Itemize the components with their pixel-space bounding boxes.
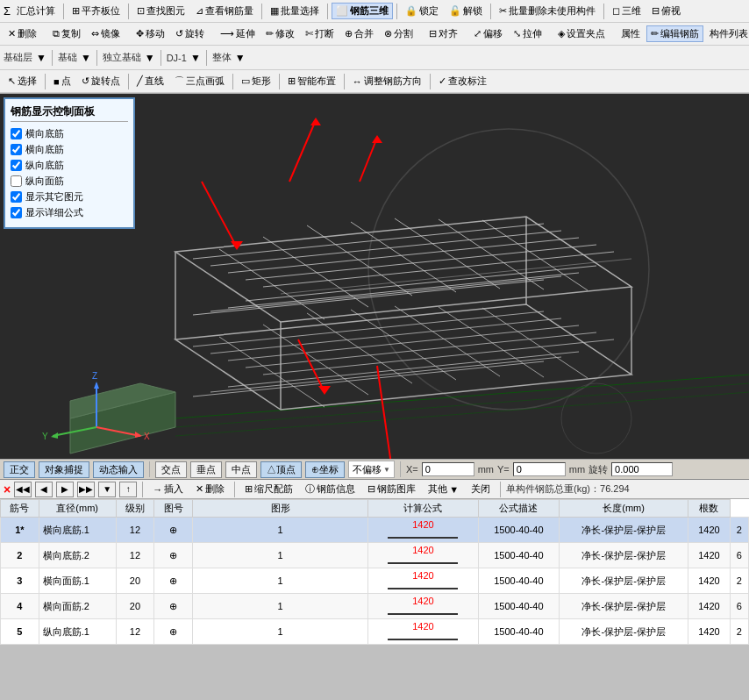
zong-face-label: 纵向面筋 [25, 175, 64, 188]
last-button[interactable]: ▶▶ [77, 482, 95, 497]
table-row[interactable]: 4横向面筋.220⊕114201500-40-40净长-保护层-保护层14206 [1, 594, 749, 619]
toolbar3-area: × ◀◀ ◀ ▶ ▶▶ ▼ ↑ →插入 ✕删除 ⊞缩尺配筋 ⓘ钢筋信息 ⊟钢筋图… [0, 480, 749, 499]
y-input[interactable] [513, 462, 566, 476]
rebar-3d-button[interactable]: ⬜钢筋三维 [332, 3, 393, 19]
offset-dropdown[interactable]: 不偏移 ▼ [348, 461, 395, 478]
orthogonal-button[interactable]: 正交 [4, 461, 35, 478]
object-snap-button[interactable]: 对象捕捉 [39, 461, 89, 478]
copy-button[interactable]: ⧉复制 [48, 25, 85, 42]
scale-rebar-button[interactable]: ⊞缩尺配筋 [240, 481, 297, 497]
3d-button[interactable]: ◻三维 [608, 3, 646, 19]
flat-board-button[interactable]: ⊞平齐板位 [68, 3, 125, 19]
set-point-button[interactable]: ◈设置夹点 [553, 25, 610, 42]
cell-diameter: 12 [116, 543, 154, 568]
vertex-button[interactable]: △顶点 [260, 461, 302, 478]
perspective-button[interactable]: ⊟俯视 [647, 3, 685, 19]
vertex-icon: △ [267, 464, 276, 475]
col-header-formula: 计算公式 [368, 500, 479, 518]
x-input[interactable] [422, 462, 474, 476]
dynamic-input-button[interactable]: 动态输入 [93, 461, 144, 478]
merge-button[interactable]: ⊕合并 [340, 25, 378, 42]
sum-calc-button[interactable]: 汇总计算 [12, 3, 60, 19]
first-button[interactable]: ◀◀ [14, 482, 32, 497]
mirror-button[interactable]: ⇔镜像 [87, 25, 125, 42]
cell-desc: 净长-保护层-保护层 [559, 568, 688, 594]
control-item[interactable]: 纵向底筋 [11, 159, 128, 172]
prev-button[interactable]: ◀ [35, 482, 53, 497]
modify-icon: ✏ [266, 28, 274, 39]
control-item[interactable]: 显示详细公式 [11, 206, 128, 219]
punch-button[interactable]: ✄打断 [301, 25, 339, 42]
table-row[interactable]: 1*横向底筋.112⊕114201500-40-40净长-保护层-保护层1420… [1, 518, 749, 543]
rotate-input[interactable] [611, 462, 673, 476]
stretch-button[interactable]: ⤡拉伸 [509, 25, 546, 42]
cell-grade: ⊕ [154, 594, 193, 619]
select-icon: ↖ [8, 75, 16, 87]
align-button[interactable]: ⊟对齐 [424, 25, 462, 42]
type-arrow: ▼ [145, 52, 155, 64]
table-row[interactable]: 3横向面筋.120⊕114201500-40-40净长-保护层-保护层14202 [1, 568, 749, 594]
del-button[interactable]: ✕删除 [191, 481, 229, 497]
table-row[interactable]: 5纵向底筋.112⊕114201500-40-40净长-保护层-保护层14202 [1, 619, 749, 645]
check-mark-button[interactable]: ✓查改标注 [434, 73, 491, 89]
close-btn[interactable]: 关闭 [467, 481, 495, 497]
sigma-icon: Σ [4, 4, 11, 18]
coord-button[interactable]: ⊕坐标 [305, 461, 345, 478]
down-button[interactable]: ▼ [98, 482, 116, 497]
three-point-arc-button[interactable]: ⌒三点画弧 [170, 73, 229, 89]
line-button[interactable]: ╱直线 [132, 73, 168, 89]
show-symbol-checkbox[interactable] [11, 191, 22, 203]
move-button[interactable]: ✥移动 [132, 25, 169, 42]
point-icon: ■ [54, 76, 60, 87]
shape-value: 1420 [412, 596, 433, 606]
rotate-point-button[interactable]: ↺旋转点 [77, 73, 125, 89]
show-formula-checkbox[interactable] [11, 207, 22, 218]
heng-bottom2-checkbox[interactable] [11, 144, 22, 155]
control-item[interactable]: 纵向面筋 [11, 175, 128, 188]
control-item[interactable]: 横向底筋 [11, 127, 128, 140]
extend-button[interactable]: ⟶延伸 [216, 25, 260, 42]
play-button[interactable]: ▶ [56, 482, 74, 497]
lock-button[interactable]: 🔒锁定 [401, 3, 443, 19]
cell-formula: 1500-40-40 [478, 543, 559, 568]
offset-button[interactable]: ⤢偏移 [469, 25, 507, 42]
zong-bottom-checkbox[interactable] [11, 160, 22, 171]
component-arrow: ▼ [190, 52, 201, 64]
insert-button[interactable]: →插入 [148, 481, 188, 497]
rotate-button[interactable]: ↺旋转 [171, 25, 209, 42]
control-item[interactable]: 横向底筋 [11, 143, 128, 156]
batch-select-button[interactable]: ▦批量选择 [266, 3, 324, 19]
library-icon: ⊟ [367, 483, 375, 495]
rebar-info-button[interactable]: ⓘ钢筋信息 [301, 481, 360, 497]
properties-button[interactable]: 属性 [617, 25, 645, 42]
select-button[interactable]: ↖选择 [4, 73, 41, 89]
delete-button[interactable]: ✕删除 [4, 25, 41, 42]
view-diagram-button[interactable]: ⊡查找图元 [132, 3, 189, 19]
rect-button[interactable]: ▭矩形 [237, 73, 275, 89]
view-rebar-button[interactable]: ⊿查看钢筋量 [191, 3, 258, 19]
adjust-rebar-dir-button[interactable]: ↔调整钢筋方向 [348, 73, 426, 89]
edit-rebar-button[interactable]: ✏编辑钢筋 [646, 25, 703, 42]
smart-layout-button[interactable]: ⊞智能布置 [283, 73, 340, 89]
component-list-button[interactable]: 构件列表 [705, 25, 749, 42]
other-button[interactable]: 其他▼ [424, 481, 463, 497]
cell-name: 横向面筋.1 [39, 568, 116, 594]
rebar-library-button[interactable]: ⊟钢筋图库 [363, 481, 420, 497]
col-header-dia: 直径(mm) [39, 500, 116, 518]
table-row[interactable]: 2横向底筋.212⊕114201500-40-40净长-保护层-保护层14206 [1, 543, 749, 568]
punch-icon: ✄ [305, 28, 313, 39]
canvas-area[interactable]: 钢筋显示控制面板 横向底筋 横向底筋 纵向底筋 纵向面筋 显示其它图元 显示详细… [0, 94, 749, 480]
zong-face-checkbox[interactable] [11, 175, 22, 187]
midpoint-button[interactable]: 中点 [225, 461, 257, 478]
intersection-button[interactable]: 交点 [155, 461, 187, 478]
split-button[interactable]: ⊗分割 [380, 25, 417, 42]
unlock-button[interactable]: 🔓解锁 [445, 3, 487, 19]
point-button[interactable]: ■点 [49, 73, 75, 89]
modify-button[interactable]: ✏修改 [261, 25, 299, 42]
batch-delete-button[interactable]: ✂批量删除未使用构件 [495, 3, 600, 19]
perpendicular-button[interactable]: 垂点 [190, 461, 222, 478]
up-button[interactable]: ↑ [119, 482, 137, 497]
control-panel: 钢筋显示控制面板 横向底筋 横向底筋 纵向底筋 纵向面筋 显示其它图元 显示详细… [4, 97, 135, 229]
control-item[interactable]: 显示其它图元 [11, 190, 128, 204]
heng-bottom-checkbox[interactable] [11, 128, 22, 139]
